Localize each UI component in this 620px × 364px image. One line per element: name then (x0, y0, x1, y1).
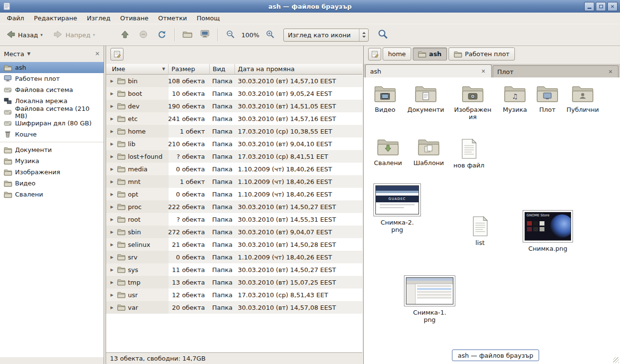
expander-icon[interactable]: ▶ (110, 305, 115, 310)
back-history-icon[interactable]: ▾ (41, 32, 43, 37)
sidebar-item[interactable]: Видео (0, 178, 104, 189)
sidebar-close-icon[interactable]: ✕ (95, 50, 100, 57)
expander-icon[interactable]: ▶ (110, 129, 115, 134)
tree-row[interactable]: ▶boot10 обектаПапка30.03.2010 (вт) 9,05,… (106, 87, 362, 100)
tree-row[interactable]: ▶home1 обектПапка17.03.2010 (ср) 10,38,5… (106, 125, 362, 137)
breadcrumb-button[interactable]: ash (413, 47, 447, 61)
breadcrumb-button[interactable]: Работен плот (449, 47, 515, 61)
icon-view-item[interactable]: Публични (561, 85, 604, 113)
expander-icon[interactable]: ▶ (110, 154, 115, 159)
sidebar-item[interactable]: ash (0, 62, 104, 73)
icon-view[interactable]: ВидеоДокументиИзображения♫МузикаПлотПубл… (364, 77, 620, 364)
icon-view-item[interactable]: GNOME StoreСнимка.png (523, 210, 573, 252)
icon-view-item[interactable]: Документи (404, 85, 447, 113)
menu-edit[interactable]: Редактиране (29, 14, 82, 23)
tree-row[interactable]: ▶tmp13 обектаПапка30.03.2010 (вт) 15,07,… (106, 276, 362, 288)
location-toggle-button[interactable] (368, 48, 381, 61)
icon-view-item[interactable]: Шаблони (407, 138, 450, 167)
tree-row[interactable]: ▶opt0 обектаПапка1.10.2009 (чт) 18,40,26… (106, 188, 362, 200)
sidebar-item[interactable]: Свалени (0, 189, 104, 200)
menu-bookmarks[interactable]: Отметки (153, 14, 191, 23)
expander-icon[interactable]: ▶ (110, 205, 115, 209)
maximize-button[interactable] (596, 2, 606, 11)
expander-icon[interactable]: ▶ (110, 255, 115, 259)
tree-row[interactable]: ▶sbin272 обектаПапка30.03.2010 (вт) 9,04… (106, 226, 362, 238)
tree-row[interactable]: ▶usr12 обектаПапка17.03.2010 (ср) 8,51,4… (106, 288, 362, 301)
icon-view-item[interactable]: Свалени (367, 138, 409, 167)
icon-view-item[interactable]: GUADECСнимка-2.png (373, 183, 421, 233)
tree-row[interactable]: ▶lib210 обектаПапка30.03.2010 (вт) 9,04,… (106, 137, 362, 150)
sidebar-item[interactable]: Кошче (0, 129, 104, 140)
expander-icon[interactable]: ▶ (110, 268, 115, 272)
expander-icon[interactable]: ▶ (110, 167, 115, 171)
expander-icon[interactable]: ▶ (110, 217, 115, 222)
expander-icon[interactable]: ▶ (110, 293, 115, 297)
column-header[interactable]: Име▼ (106, 64, 169, 75)
computer-button[interactable] (197, 27, 213, 43)
sidebar-item[interactable]: Шифриран дял (80 GB) (0, 118, 104, 129)
expander-icon[interactable]: ▶ (110, 104, 115, 108)
location-toggle-button[interactable] (110, 48, 124, 61)
tab-Плот[interactable]: Плот✕ (493, 65, 619, 77)
reload-button[interactable] (154, 27, 170, 43)
column-header[interactable]: Размер (169, 64, 210, 75)
sidebar-item[interactable]: Файлова система (0, 84, 104, 95)
menu-view[interactable]: Изглед (82, 14, 115, 23)
menu-help[interactable]: Помощ (192, 14, 225, 23)
close-button[interactable]: ✕ (607, 2, 618, 11)
home-button[interactable] (180, 28, 195, 42)
expander-icon[interactable]: ▶ (110, 243, 115, 247)
minimize-button[interactable] (584, 2, 594, 11)
search-button[interactable] (375, 27, 390, 43)
expander-icon[interactable]: ▶ (110, 192, 115, 197)
sidebar-item[interactable]: Работен плот (0, 73, 104, 84)
tree-row[interactable]: ▶sys11 обектаПапка30.03.2010 (вт) 14,50,… (106, 263, 362, 276)
back-button[interactable]: Назад ▾ (3, 27, 46, 43)
tree-row[interactable]: ▶root? обектаПапка30.03.2010 (вт) 14,55,… (106, 213, 362, 226)
tab-ash[interactable]: ash✕ (365, 64, 492, 77)
column-header[interactable]: Дата на промяна (235, 64, 362, 75)
tree-row[interactable]: ▶srv0 обектаПапка1.10.2009 (чт) 18,40,26… (106, 251, 362, 263)
tree-row[interactable]: ▶lost+found? обектаПапка17.03.2010 (ср) … (106, 150, 362, 163)
menu-go[interactable]: Отиване (115, 14, 153, 23)
sidebar-item[interactable]: Музика (0, 155, 104, 167)
breadcrumb-button[interactable]: home (383, 47, 411, 61)
tree-row[interactable]: ▶etc241 обектаПапка30.03.2010 (вт) 14,57… (106, 112, 362, 125)
menu-file[interactable]: Файл (2, 14, 29, 23)
zoom-in-button[interactable] (263, 27, 278, 43)
resize-grip[interactable] (613, 357, 619, 363)
sidebar-item[interactable]: Файлова система (210 MB) (0, 106, 104, 118)
zoom-out-button[interactable] (223, 27, 238, 43)
expander-icon[interactable]: ▶ (110, 91, 115, 96)
view-mode-select[interactable]: Изглед като икони (283, 29, 369, 42)
stop-button[interactable] (136, 27, 151, 43)
icon-view-item[interactable]: Видео (364, 85, 406, 113)
tab-close-icon[interactable]: ✕ (480, 68, 486, 75)
tree-row[interactable]: ▶proc222 обектаПапка30.03.2010 (вт) 14,5… (106, 200, 362, 213)
expander-icon[interactable]: ▶ (110, 230, 115, 234)
combo-arrows-icon[interactable] (359, 29, 368, 41)
tree-row[interactable]: ▶var20 обектаПапка30.03.2010 (вт) 14,57,… (106, 301, 362, 314)
column-header[interactable]: Вид (210, 64, 235, 75)
tree-row[interactable]: ▶bin108 обектаПапка30.03.2010 (вт) 14,57… (106, 75, 362, 87)
sidebar-item[interactable]: Изображения (0, 167, 104, 178)
expander-icon[interactable]: ▶ (110, 280, 115, 285)
up-button[interactable] (117, 27, 133, 43)
expander-icon[interactable]: ▶ (110, 142, 115, 146)
tree-row[interactable]: ▶mnt1 обектПапка1.10.2009 (чт) 18,40,26 … (106, 175, 362, 188)
sidebar-item[interactable]: Документи (0, 144, 104, 155)
expander-icon[interactable]: ▶ (110, 79, 115, 83)
expander-icon[interactable]: ▶ (110, 117, 115, 121)
expander-icon[interactable]: ▶ (110, 180, 115, 184)
tree-row[interactable]: ▶selinux21 обектаПапка30.03.2010 (вт) 14… (106, 238, 362, 251)
tab-close-icon[interactable]: ✕ (607, 69, 614, 75)
icon-view-item[interactable]: Снимка-1.png (404, 275, 455, 323)
forward-button[interactable]: Напред ▾ (50, 27, 98, 43)
icon-view-item[interactable]: Изображения (451, 85, 494, 121)
icon-view-item[interactable]: нов файл (448, 138, 490, 169)
tree-row[interactable]: ▶dev190 обектаПапка30.03.2010 (вт) 14,51… (106, 100, 362, 112)
tree-row[interactable]: ▶media0 обектаПапка1.10.2009 (чт) 18,40,… (106, 163, 362, 175)
icon-view-item[interactable]: list (459, 216, 501, 246)
sidebar-mode-dropdown-icon[interactable]: ▼ (27, 51, 31, 56)
titlebar[interactable]: ash — файлов браузър ✕ (0, 0, 620, 13)
